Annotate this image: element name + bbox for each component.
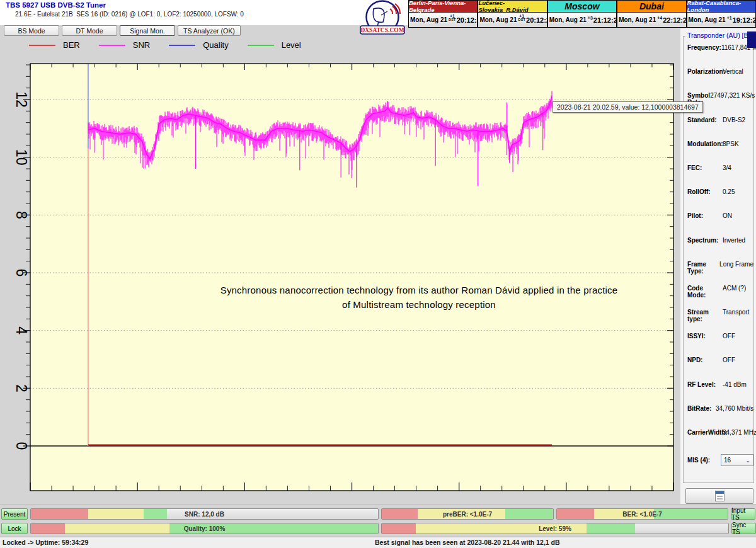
svg-text:6: 6 bbox=[13, 269, 30, 277]
transponder-panel: Transponder (AU) [BS] Frequency:11617,84… bbox=[680, 28, 756, 504]
level-bar: Level: 59% bbox=[381, 523, 729, 534]
bar-label: Level: 59% bbox=[382, 523, 728, 534]
clock-3: DubaiMon, Aug 21+422:12:23 bbox=[617, 0, 686, 28]
chart-annotation: Synchronous nanocorrection technology fr… bbox=[208, 283, 630, 312]
field-value: 8PSK bbox=[723, 140, 739, 164]
transponder-field-row: RF Level:-41 dBm bbox=[687, 381, 753, 405]
field-label: NPD: bbox=[687, 357, 723, 380]
tab-bs-mode[interactable]: BS Mode bbox=[4, 25, 59, 36]
status-bar: Locked -> Uptime: 59:34:29 Best signal h… bbox=[0, 537, 756, 548]
signal-bars: PresentSNR: 12,0 dBpreBER: <1.0E-7BER: <… bbox=[0, 504, 756, 537]
legend-item-ber: BER bbox=[29, 40, 80, 50]
field-value: -41 dBm bbox=[723, 381, 747, 405]
transponder-field-row: FEC:3/4 bbox=[687, 164, 753, 188]
clock-4: Rabat-Casablanca-LondonMon, Aug 21+119:1… bbox=[687, 0, 756, 28]
signal-bars-row-1: PresentSNR: 12,0 dBpreBER: <1.0E-7BER: <… bbox=[1, 508, 755, 520]
field-label: Standard: bbox=[687, 117, 723, 140]
svg-text:4: 4 bbox=[13, 326, 30, 334]
transponder-field-row: Standard:DVB-S2 bbox=[687, 117, 753, 140]
chart-tooltip: 2023-08-21 20.02.59, value: 12,100000381… bbox=[553, 101, 703, 113]
window-title: TBS 5927 USB DVB-S2 Tuner bbox=[6, 1, 106, 9]
lock-uptime-status: Locked -> Uptime: 59:34:29 bbox=[3, 539, 88, 546]
legend-label: Quality bbox=[203, 40, 228, 50]
transponder-field-row: Pilot:ON bbox=[687, 212, 753, 236]
transponder-field-row: Modulation:8PSK bbox=[687, 140, 753, 164]
field-value: OFF bbox=[723, 333, 735, 357]
field-label: Pilot: bbox=[687, 212, 723, 236]
field-label: BitRate: bbox=[687, 405, 716, 429]
bar-label: SNR: 12,0 dB bbox=[31, 509, 378, 519]
legend-item-quality: Quality bbox=[169, 40, 228, 50]
sync-ts-button[interactable]: Sync TS bbox=[731, 523, 756, 534]
input-ts-button[interactable]: Input TS bbox=[731, 508, 755, 520]
tuner-app-window: TBS 5927 USB DVB-S2 Tuner 21.6E - Eutels… bbox=[0, 0, 756, 548]
transponder-field-row: NPD:OFF bbox=[687, 357, 753, 380]
signal-bars-row-2: LockQuality: 100%Level: 59%Sync TS bbox=[1, 523, 756, 534]
present-button[interactable]: Present bbox=[1, 508, 28, 520]
tab-signal-mon[interactable]: Signal Mon. bbox=[120, 25, 175, 36]
legend-label: Level bbox=[282, 40, 301, 50]
ts-dialog-button[interactable] bbox=[685, 488, 753, 504]
clock-date: Mon, Aug 21 bbox=[619, 16, 656, 23]
field-value: 0.25 bbox=[723, 188, 735, 212]
field-label: Code Mode: bbox=[687, 285, 723, 309]
clock-time-row: Mon, Aug 21+1DST20:12:23 bbox=[408, 13, 478, 28]
svg-text:10: 10 bbox=[13, 149, 30, 166]
tab-dt-mode[interactable]: DT Mode bbox=[62, 25, 117, 36]
svg-text:2: 2 bbox=[13, 384, 30, 392]
clock-utc-offset: +1 bbox=[727, 16, 732, 20]
field-value: Inverted bbox=[723, 237, 745, 261]
field-value: Transport bbox=[723, 309, 749, 333]
field-label: Spectrum: bbox=[687, 237, 723, 261]
logo-text: DXSATCS.COM bbox=[360, 27, 404, 33]
field-value: DVB-S2 bbox=[723, 117, 745, 140]
snr-bar: SNR: 12,0 dB bbox=[30, 508, 379, 520]
field-value: Vertical bbox=[723, 68, 743, 92]
clock-time-row: Mon, Aug 21+119:12:23 bbox=[687, 13, 756, 28]
legend-label: BER bbox=[63, 40, 80, 50]
field-value: 34,371 MHz bbox=[723, 429, 756, 453]
svg-text:12: 12 bbox=[13, 91, 30, 108]
clock-time-row: Mon, Aug 21+1DST20:12:23 bbox=[478, 13, 547, 28]
chevron-down-icon: ⌄ bbox=[745, 457, 750, 464]
world-clocks: Berlin-Paris-Vienna-BelgradeMon, Aug 21+… bbox=[408, 0, 756, 28]
transponder-field-row: CarrierWidth:34,371 MHz bbox=[687, 429, 753, 453]
legend-line-quality bbox=[169, 45, 195, 46]
tab-ts-analyzer-ok[interactable]: TS Analyzer (OK) bbox=[178, 25, 241, 36]
field-label: Modulation: bbox=[687, 140, 723, 164]
transponder-field-row: Code Mode:ACM (?) bbox=[687, 285, 753, 309]
transponder-field-row: BitRate:34,760 Mbit/s bbox=[687, 405, 753, 429]
clock-city-label: Lučenec-Slovakia_R.Dávid bbox=[478, 0, 547, 13]
transponder-field-row: Stream type:Transport bbox=[687, 309, 753, 333]
clock-city-label: Dubai bbox=[617, 0, 686, 13]
mis-label: MIS (4): bbox=[687, 457, 719, 464]
clock-2: MoscowMon, Aug 21+321:12:23 bbox=[547, 0, 617, 28]
quality-bar: Quality: 100% bbox=[30, 523, 379, 534]
dst-flag: DST bbox=[449, 18, 456, 22]
ber-bar: BER: <1.0E-7 bbox=[556, 508, 728, 520]
legend-line-level bbox=[248, 45, 274, 46]
field-value: ON bbox=[723, 212, 732, 236]
lock-button[interactable]: Lock bbox=[1, 523, 28, 534]
field-label: CarrierWidth: bbox=[687, 429, 723, 453]
clock-utc-offset: +4 bbox=[657, 16, 662, 20]
svg-text:0: 0 bbox=[13, 442, 30, 450]
transponder-field-row: Spectrum:Inverted bbox=[687, 237, 753, 261]
legend-item-snr: SNR bbox=[99, 40, 150, 50]
signal-chart-area: BERSNRQualityLevel 024681012 Synchronous… bbox=[0, 37, 680, 504]
list-icon bbox=[715, 491, 724, 501]
clock-date: Mon, Aug 21 bbox=[689, 16, 726, 23]
bar-label: Quality: 100% bbox=[31, 523, 378, 534]
right-edge-marker bbox=[747, 31, 756, 48]
field-value: 27497,321 KS/s bbox=[710, 92, 755, 116]
mis-select[interactable]: 16 ⌄ bbox=[721, 454, 753, 466]
clock-date: Mon, Aug 21 bbox=[549, 16, 587, 23]
transponder-group-title: Transponder (AU) [BS] bbox=[685, 31, 756, 39]
bar-label: BER: <1.0E-7 bbox=[557, 509, 728, 519]
preber-bar: preBER: <1.0E-7 bbox=[381, 508, 554, 520]
tuner-subtitle: 21.6E - Eutelsat 21B SES 16 (ID: 0216) @… bbox=[15, 11, 244, 18]
transponder-field-row: RollOff:0.25 bbox=[687, 188, 753, 212]
field-label: Stream type: bbox=[687, 309, 723, 333]
transponder-field-row: Polarization:Vertical bbox=[687, 68, 753, 92]
best-signal-status: Best signal has been seen at 2023-08-20 … bbox=[375, 539, 560, 546]
